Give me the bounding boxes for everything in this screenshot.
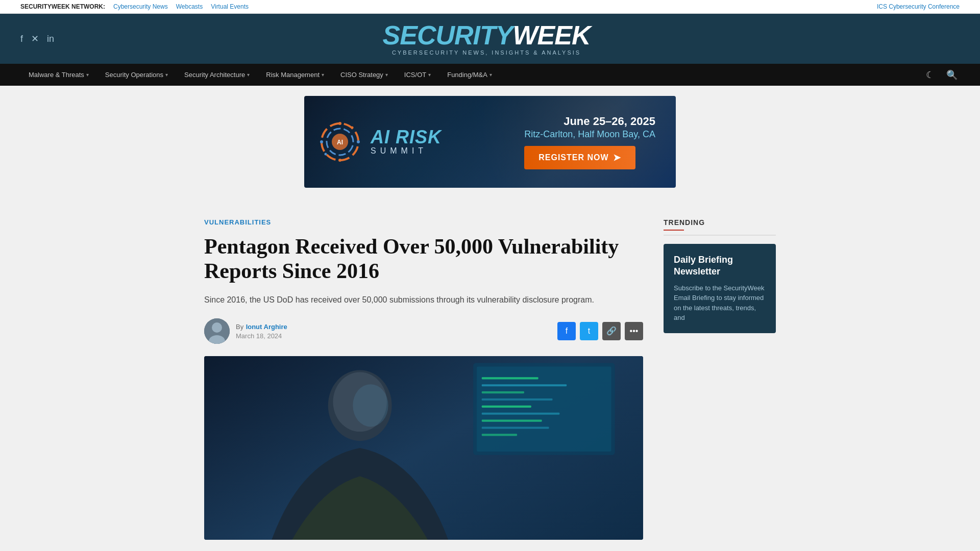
network-bar-right: ICS Cybersecurity Conference [877,3,960,10]
nav-funding-ma[interactable]: Funding/M&A ▾ [439,64,500,86]
ai-risk-summit-banner[interactable]: AI AI RISK SUMMIT June 25–26, 2025 Rit [304,96,676,188]
share-buttons: f t 🔗 ••• [557,322,643,340]
ics-conference-link[interactable]: ICS Cybersecurity Conference [877,3,960,10]
author-by-line: By Ionut Arghire [236,322,287,331]
facebook-icon[interactable]: f [20,34,23,44]
avatar-image [204,318,230,344]
author-area: By Ionut Arghire March 18, 2024 [204,318,287,344]
article-sidebar: TRENDING Daily Briefing Newsletter Subsc… [664,218,776,540]
article-main: VULNERABILITIES Pentagon Received Over 5… [204,218,643,540]
svg-point-8 [351,127,354,129]
search-icon[interactable]: 🔍 [944,67,960,83]
twitter-x-icon[interactable]: ✕ [31,33,39,44]
nav-links: Malware & Threats ▾ Security Operations … [20,64,500,86]
chevron-down-icon: ▾ [489,72,492,78]
svg-point-5 [357,140,360,143]
chevron-down-icon: ▾ [165,72,168,78]
share-more-button[interactable]: ••• [625,322,643,340]
nav-security-architecture[interactable]: Security Architecture ▾ [176,64,258,86]
svg-rect-19 [482,398,553,400]
svg-point-4 [338,122,341,125]
chevron-down-icon: ▾ [385,72,388,78]
banner-area: AI AI RISK SUMMIT June 25–26, 2025 Rit [0,86,980,198]
svg-rect-17 [482,384,567,386]
svg-rect-21 [482,412,560,414]
newsletter-card: Daily Briefing Newsletter Subscribe to t… [664,244,776,333]
dark-mode-toggle[interactable]: ☾ [924,67,936,83]
author-info: By Ionut Arghire March 18, 2024 [236,322,287,340]
network-bar: SECURITYWEEK NETWORK: Cybersecurity News… [0,0,980,14]
svg-point-11 [212,322,222,333]
banner-date: June 25–26, 2025 [524,114,655,129]
virtual-events-link[interactable]: Virtual Events [211,3,249,10]
share-twitter-button[interactable]: t [580,322,598,340]
article-title: Pentagon Received Over 50,000 Vulnerabil… [204,234,643,284]
logo-security: SECURITY [383,20,513,50]
svg-point-9 [325,153,327,156]
nav-ics-ot[interactable]: ICS/OT ▾ [396,64,439,86]
nav-risk-management[interactable]: Risk Management ▾ [258,64,332,86]
svg-rect-18 [482,391,524,393]
trending-label: TRENDING [664,218,776,236]
article-meta: By Ionut Arghire March 18, 2024 f t 🔗 •• [204,318,643,344]
nav-security-operations[interactable]: Security Operations ▾ [97,64,176,86]
banner-venue: Ritz-Carlton, Half Moon Bay, CA [524,129,655,140]
author-name-link[interactable]: Ionut Arghire [246,323,287,331]
chevron-down-icon: ▾ [322,72,324,78]
chevron-down-icon: ▾ [86,72,89,78]
webcasts-link[interactable]: Webcasts [176,3,203,10]
svg-point-27 [353,384,388,427]
banner-right: June 25–26, 2025 Ritz-Carlton, Half Moon… [524,114,655,169]
trending-underline [664,230,684,231]
article-category[interactable]: VULNERABILITIES [204,218,643,226]
svg-rect-16 [482,377,538,379]
site-logo[interactable]: SECURITYWEEK CYBERSECURITY NEWS, INSIGHT… [383,22,591,56]
summit-name: AI RISK [371,128,442,146]
svg-point-6 [338,159,341,162]
nav-ciso-strategy[interactable]: CISO Strategy ▾ [332,64,396,86]
register-now-button[interactable]: REGISTER NOW ➤ [524,146,635,169]
ai-risk-logo: AI [320,121,360,162]
site-header: f ✕ in SECURITYWEEK CYBERSECURITY NEWS, … [0,14,980,64]
chevron-down-icon: ▾ [247,72,250,78]
newsletter-title: Daily Briefing Newsletter [674,254,766,278]
article-summary: Since 2016, the US DoD has received over… [204,294,643,306]
author-avatar [204,318,230,344]
article-container: VULNERABILITIES Pentagon Received Over 5… [184,198,796,551]
network-label: SECURITYWEEK NETWORK: [20,3,105,10]
linkedin-icon[interactable]: in [47,34,54,44]
nav-malware-threats[interactable]: Malware & Threats ▾ [20,64,97,86]
svg-rect-22 [482,419,542,421]
article-date: March 18, 2024 [236,332,287,340]
share-facebook-button[interactable]: f [557,322,576,340]
svg-rect-20 [482,405,531,407]
banner-title-area: AI RISK SUMMIT [371,128,442,156]
social-icons: f ✕ in [20,33,54,44]
svg-point-7 [320,140,323,143]
arrow-icon: ➤ [613,152,621,163]
banner-left: AI AI RISK SUMMIT [320,121,442,162]
share-link-button[interactable]: 🔗 [602,322,621,340]
nav-icons: ☾ 🔍 [924,67,960,83]
svg-rect-23 [482,427,549,429]
article-hero-image [204,356,643,540]
logo-text: SECURITYWEEK [383,22,591,48]
logo-tagline: CYBERSECURITY NEWS, INSIGHTS & ANALYSIS [383,49,591,56]
chevron-down-icon: ▾ [428,72,431,78]
cybersecurity-news-link[interactable]: Cybersecurity News [113,3,168,10]
svg-text:AI: AI [337,139,343,146]
summit-subtitle: SUMMIT [371,146,442,156]
svg-rect-24 [482,434,517,436]
network-bar-left: SECURITYWEEK NETWORK: Cybersecurity News… [20,3,249,10]
main-nav: Malware & Threats ▾ Security Operations … [0,64,980,86]
logo-week: WEEK [512,20,590,50]
newsletter-text: Subscribe to the SecurityWeek Email Brie… [674,283,766,323]
